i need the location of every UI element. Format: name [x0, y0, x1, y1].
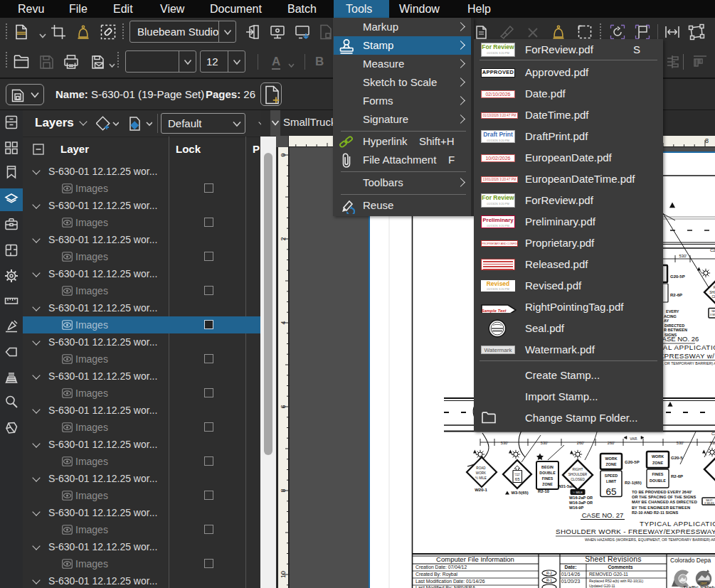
svg-text:AY: AY [664, 319, 669, 323]
svg-text:EVERY: EVERY [666, 309, 679, 314]
svg-text:R2-6P: R2-6P [671, 474, 683, 479]
svg-text:FINES: FINES [652, 472, 664, 476]
svg-text:6: 6 [280, 405, 287, 408]
svg-text:SHOULDER: SHOULDER [568, 473, 588, 476]
svg-text:SPEED: SPEED [605, 474, 618, 478]
svg-text:TO BE PROVIDED EVERY 2640': TO BE PROVIDED EVERY 2640' [632, 490, 692, 494]
svg-text:2: 2 [280, 237, 287, 240]
svg-text:530': 530' [501, 441, 508, 445]
svg-text:ZONE: ZONE [652, 461, 663, 465]
svg-text:Computer File Information: Computer File Information [436, 555, 514, 563]
svg-text:WORK: WORK [652, 454, 664, 459]
svg-text:DIRECTED: DIRECTED [664, 324, 684, 328]
svg-text:R2-10: R2-10 [538, 489, 549, 493]
svg-text:Updated G20-11: Updated G20-11 [589, 584, 615, 588]
svg-text:OR THE SPACING OF THE SIGNS: OR THE SPACING OF THE SIGNS [632, 495, 696, 499]
svg-text:WORK: WORK [476, 471, 487, 475]
svg-text:01/20/23: 01/20/23 [561, 579, 581, 584]
svg-text:8: 8 [705, 137, 709, 144]
svg-text:CLOSED: CLOSED [571, 478, 585, 481]
svg-text:W16-9P: W16-9P [569, 506, 583, 510]
svg-text:ACING: ACING [664, 314, 677, 319]
svg-text:G20-5P: G20-5P [670, 274, 685, 279]
svg-text:G20-5: G20-5 [671, 456, 683, 460]
svg-text:R2-10 AND R2-11 SIGNS: R2-10 AND R2-11 SIGNS [632, 511, 678, 515]
svg-text:Sample Text: Sample Text [481, 309, 507, 313]
svg-text:Sheet Revisions: Sheet Revisions [585, 555, 642, 563]
svg-text:530': 530' [710, 441, 715, 445]
svg-text:C20: C20 [710, 248, 715, 252]
svg-text:Last Modified By: NRIVERA: Last Modified By: NRIVERA [415, 585, 476, 588]
svg-text:W3-5(65): W3-5(65) [511, 491, 528, 495]
svg-text:4: 4 [280, 321, 287, 324]
svg-text:FINES: FINES [542, 476, 554, 481]
svg-text:0: 0 [280, 153, 287, 156]
svg-text:R BETWEEN: R BETWEEN [664, 328, 687, 332]
svg-text:W16-2aP OR: W16-2aP OR [569, 496, 593, 500]
svg-text:W20-1: W20-1 [475, 488, 487, 492]
svg-text:530': 530' [677, 441, 684, 445]
svg-text:R-2: R-2 [546, 571, 552, 575]
svg-text:W21-5aR: W21-5aR [558, 484, 574, 488]
svg-text:260': 260' [577, 441, 584, 445]
svg-text:Created By: Roybal: Created By: Roybal [415, 572, 457, 577]
svg-text:LIMIT: LIMIT [606, 479, 617, 483]
svg-text:R-1: R-1 [546, 578, 552, 582]
svg-text:ZONE: ZONE [542, 482, 553, 486]
svg-text:WORK: WORK [605, 456, 617, 461]
svg-text:Date:: Date: [565, 565, 577, 570]
svg-text:530': 530' [541, 441, 548, 445]
svg-text:½ MILE: ½ MILE [573, 491, 583, 494]
svg-text:65: 65 [515, 477, 520, 481]
svg-text:ZONE: ZONE [606, 462, 617, 466]
svg-text:BY THE ENGINEER BETWEEN: BY THE ENGINEER BETWEEN [632, 506, 690, 510]
svg-text:LIMIT: LIMIT [515, 474, 520, 476]
svg-text:TYPICAL APPLICATION: TYPICAL APPLICATION [640, 520, 715, 528]
svg-text:RIGHT: RIGHT [573, 468, 583, 471]
svg-text:Creation Date: 07/04/12: Creation Date: 07/04/12 [415, 565, 467, 570]
svg-text:DOUBLE: DOUBLE [539, 471, 556, 475]
svg-text:CASE NO. 26: CASE NO. 26 [657, 335, 699, 343]
svg-text:DOUBLE: DOUBLE [650, 479, 666, 483]
svg-text:SHOULDER: SHOULDER [709, 291, 715, 294]
svg-text:Last Modification Date: 01/14/: Last Modification Date: 01/14/26 [415, 579, 485, 584]
svg-text:65: 65 [605, 486, 616, 497]
svg-text:530': 530' [679, 254, 687, 258]
svg-text:R2-6P: R2-6P [670, 293, 682, 297]
svg-text:ROAD: ROAD [476, 466, 486, 470]
svg-text:G20-5P: G20-5P [625, 460, 640, 464]
svg-text:½ MILE: ½ MILE [475, 476, 487, 480]
svg-text:X MILES: X MILES [710, 314, 715, 316]
svg-text:Comments: Comments [608, 565, 632, 570]
svg-text:CLOSED: CLOSED [712, 295, 715, 299]
svg-text:NEXT: NEXT [711, 310, 715, 313]
svg-text:X MILES: X MILES [704, 502, 714, 505]
svg-text:REMOVED G20-11: REMOVED G20-11 [589, 572, 628, 577]
svg-text:SHOULDER WORK - FREEWAY/EXPRES: SHOULDER WORK - FREEWAY/EXPRESSWAY w/ [556, 528, 715, 535]
svg-text:MAY BE CHANGED AS DIRECTED: MAY BE CHANGED AS DIRECTED [632, 500, 697, 504]
svg-text:WHEN HAZARDS (WORKERS, EQUIPME: WHEN HAZARDS (WORKERS, EQUIPMENT, OR TEM… [585, 538, 715, 542]
svg-text:R2-1(65): R2-1(65) [625, 481, 642, 485]
svg-text:BEGIN: BEGIN [541, 465, 554, 469]
svg-text:C20: C20 [711, 432, 715, 436]
svg-text:01/14/26: 01/14/26 [561, 572, 581, 577]
svg-text:W16-3aP OR: W16-3aP OR [569, 501, 593, 505]
svg-text:Traffic Safety: Traffic Safety [683, 584, 715, 588]
svg-text:10: 10 [280, 571, 287, 578]
svg-text:260': 260' [608, 441, 615, 445]
svg-text:Colorado Depa: Colorado Depa [670, 557, 711, 564]
svg-text:8: 8 [280, 488, 287, 492]
svg-text:Replaced R52-a(b) with R2-10(1: Replaced R52-a(b) with R2-10(11) [589, 579, 643, 583]
svg-text:VAR.: VAR. [630, 437, 637, 441]
svg-text:CASE NO. 27: CASE NO. 27 [582, 511, 624, 519]
